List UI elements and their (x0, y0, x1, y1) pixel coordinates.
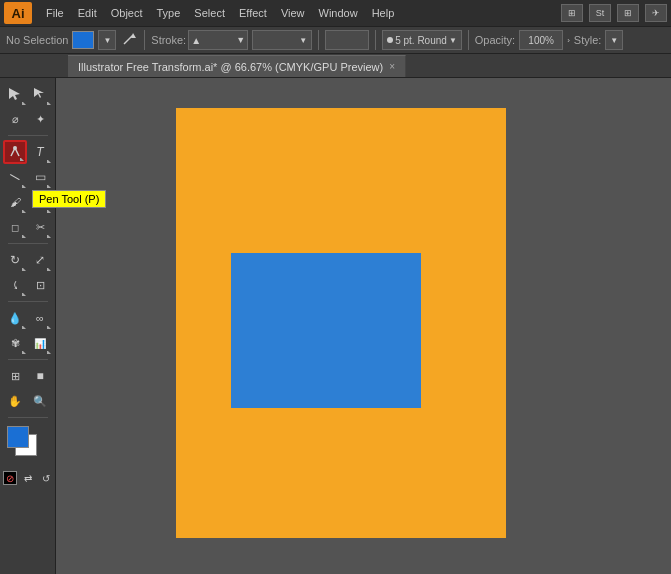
tool-arrow (22, 234, 26, 238)
eyedropper-tool[interactable]: 💧 (3, 306, 27, 330)
toolbar: ⌀ ✦ T \ (0, 78, 56, 574)
hand-tool[interactable]: ✋ (3, 389, 27, 413)
mini-swatch-row: ⊘ ⇄ ↺ (0, 471, 55, 485)
tool-sep-3 (8, 301, 48, 302)
scale-tool[interactable]: ⤢ (28, 248, 52, 272)
tool-arrow (47, 209, 51, 213)
separator-2 (318, 30, 319, 50)
magic-wand-tool[interactable]: ✦ (28, 107, 52, 131)
dot-icon (387, 37, 393, 43)
gradient-tool[interactable]: ■ (28, 364, 52, 388)
stroke-input[interactable]: ▲▼ (188, 30, 248, 50)
color-swatches-area (5, 424, 51, 466)
blend-tool[interactable]: ∞ (28, 306, 52, 330)
paintbrush-tool[interactable]: 🖌 (3, 190, 27, 214)
tool-arrow (47, 267, 51, 271)
svg-marker-2 (34, 88, 44, 98)
artboard (176, 108, 506, 538)
type-tool[interactable]: T (28, 140, 52, 164)
separator-1 (144, 30, 145, 50)
rotate-tool[interactable]: ↻ (3, 248, 27, 272)
menu-window[interactable]: Window (313, 5, 364, 21)
tool-row-pen: T (0, 140, 55, 164)
stroke-style-dropdown[interactable]: ▼ (252, 30, 312, 50)
selection-tool[interactable] (3, 82, 27, 106)
opacity-label: Opacity: (475, 34, 515, 46)
reset-colors-icon[interactable]: ↺ (39, 471, 53, 485)
menu-file[interactable]: File (40, 5, 70, 21)
main-area: ⌀ ✦ T \ (0, 78, 671, 574)
scissors-tool[interactable]: ✂ (28, 215, 52, 239)
tool-row-4: \ ▭ (0, 165, 55, 189)
separator-3 (375, 30, 376, 50)
tab-title: Illustrator Free Transform.ai* @ 66.67% … (78, 61, 383, 73)
graph-tool[interactable]: 📊 (28, 331, 52, 355)
tab-close-button[interactable]: × (389, 61, 395, 72)
eraser-tool[interactable]: ◻ (3, 215, 27, 239)
fill-dropdown[interactable]: ▼ (98, 30, 116, 50)
menubar: Ai File Edit Object Type Select Effect V… (0, 0, 671, 26)
tab-bar: Illustrator Free Transform.ai* @ 66.67% … (0, 54, 671, 78)
free-transform-tool[interactable]: ⊡ (28, 273, 52, 297)
menu-type[interactable]: Type (151, 5, 187, 21)
none-swatch[interactable]: ⊘ (3, 471, 17, 485)
pt-round-label: 5 pt. Round (395, 35, 447, 46)
mesh-tool[interactable]: ⊞ (3, 364, 27, 388)
tool-arrow (22, 292, 26, 296)
tool-row-5: 🖌 ✏ (0, 190, 55, 214)
stroke-width-input[interactable] (325, 30, 369, 50)
tool-arrow (22, 184, 26, 188)
tool-arrow (22, 101, 26, 105)
tool-row-10: ✾ 📊 (0, 331, 55, 355)
rectangle-tool[interactable]: ▭ (28, 165, 52, 189)
warp-tool[interactable]: ⤹ (3, 273, 27, 297)
tool-arrow (47, 234, 51, 238)
tool-sep-5 (8, 417, 48, 418)
blue-rectangle (231, 253, 421, 408)
tool-sep-1 (8, 135, 48, 136)
menu-effect[interactable]: Effect (233, 5, 273, 21)
opacity-input[interactable]: 100% (519, 30, 563, 50)
menu-help[interactable]: Help (366, 5, 401, 21)
tool-arrow (47, 350, 51, 354)
ai-logo: Ai (4, 2, 32, 24)
pt-round-dropdown[interactable]: 5 pt. Round ▼ (382, 30, 462, 50)
tool-arrow (47, 159, 51, 163)
line-tool[interactable]: \ (3, 165, 27, 189)
svg-marker-1 (9, 88, 20, 100)
options-bar: No Selection ▼ Stroke: ▲▼ ▼ 5 pt. Round … (0, 26, 671, 54)
menu-select[interactable]: Select (188, 5, 231, 21)
tool-row-select (0, 82, 55, 106)
tool-row-8: ⤹ ⊡ (0, 273, 55, 297)
foreground-color-swatch[interactable] (7, 426, 29, 448)
pen-tool[interactable] (3, 140, 27, 164)
tool-row-12: ✋ 🔍 (0, 389, 55, 413)
lasso-tool[interactable]: ⌀ (3, 107, 27, 131)
symbol-tool[interactable]: ✾ (3, 331, 27, 355)
pen-share-icon[interactable]: ✈ (645, 4, 667, 22)
fill-swatch[interactable] (72, 31, 94, 49)
arrange-icon[interactable]: ⊞ (561, 4, 583, 22)
stroke-icon (120, 31, 138, 49)
tool-arrow (22, 209, 26, 213)
document-tab[interactable]: Illustrator Free Transform.ai* @ 66.67% … (68, 55, 406, 77)
style-dropdown[interactable]: ▼ (605, 30, 623, 50)
pt-round-arrow: ▼ (449, 36, 457, 45)
tool-row-2: ⌀ ✦ (0, 107, 55, 131)
pencil-tool[interactable]: ✏ (28, 190, 52, 214)
st-icon[interactable]: St (589, 4, 611, 22)
style-label: Style: (574, 34, 602, 46)
menu-edit[interactable]: Edit (72, 5, 103, 21)
opacity-arrow[interactable]: › (567, 36, 570, 45)
tool-arrow (47, 184, 51, 188)
menu-view[interactable]: View (275, 5, 311, 21)
grid-icon[interactable]: ⊞ (617, 4, 639, 22)
direct-selection-tool[interactable] (28, 82, 52, 106)
stroke-label: Stroke: (151, 34, 186, 46)
tool-arrow (20, 157, 24, 161)
canvas-area[interactable] (56, 78, 671, 574)
zoom-tool[interactable]: 🔍 (28, 389, 52, 413)
tool-row-11: ⊞ ■ (0, 364, 55, 388)
swap-colors-icon[interactable]: ⇄ (21, 471, 35, 485)
menu-object[interactable]: Object (105, 5, 149, 21)
